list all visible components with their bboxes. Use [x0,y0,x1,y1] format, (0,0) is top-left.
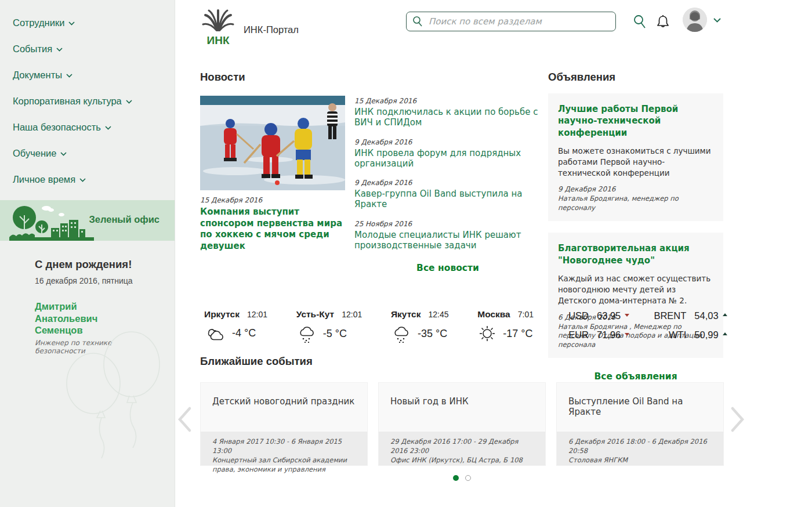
featured-news-date: 15 Декабря 2016 [200,196,345,204]
weather-city-name: Усть-Кут [296,309,334,320]
rate-code: EUR [555,329,589,341]
carousel-dots [453,475,471,481]
rate-value: 71,96 [597,329,621,341]
announcement-date: 9 Декабря 2016 [558,185,713,193]
event-location: Офис ИНК (Иркутск), БЦ Астра, Б 108 [390,456,534,465]
logo-text: ИНК [207,34,230,46]
rates-widget: USD 63,95 EUR 71,96 BRENT 54,03 WTI [555,310,729,341]
news-item: 25 Ноября 2016 Молодые специалисты ИНК р… [354,220,541,251]
trend-up-icon [723,332,727,335]
rate-value: 63,95 [597,310,621,321]
event-title: Детский новогодний праздник [212,396,356,407]
notifications-bell-icon[interactable] [655,14,670,30]
sidebar-item-label: Сотрудники [13,17,64,28]
featured-news-headline[interactable]: Компания выступит спонсором первенства м… [200,207,345,252]
rate-eur: EUR 71,96 [555,329,629,341]
weather-temp: -5 °C [323,328,347,340]
event-card[interactable]: Новый год в ИНК 29 Декабря 2016 17:00 - … [378,382,546,466]
rate-value: 50,99 [694,329,718,341]
news-item-title[interactable]: ИНК подключилась к акции по борьбе с ВИЧ… [354,107,541,128]
sidebar-item-label: События [13,44,52,54]
news-list: 15 Декабря 2016 ИНК подключилась к акции… [354,96,541,273]
advanced-search-icon[interactable] [633,15,647,30]
event-title: Выступление Oil Band на Яракте [568,396,712,417]
sidebar-item-corporate-culture[interactable]: Корпоративная культура [13,96,175,106]
birthday-date: 16 декабря 2016, пятница [35,276,163,285]
birthday-title: С днем рождения! [35,258,163,271]
announcement-card[interactable]: Лучшие работы Первой научно-технической … [548,93,723,221]
carousel-prev-icon[interactable] [177,406,192,433]
event-location: Столовая ЯНГКМ [568,456,712,465]
rate-code: USD [555,310,589,321]
news-item-date: 25 Ноября 2016 [354,220,541,228]
rate-code: WTI [652,329,686,341]
announcements-heading: Объявления [548,71,723,84]
news-section: Новости [200,71,542,273]
sidebar-item-documents[interactable]: Документы [13,70,175,80]
chevron-down-icon [79,178,86,182]
announcement-title[interactable]: Благотворительная акция "Новогоднее чудо… [558,242,713,266]
chevron-down-icon [66,74,72,78]
sidebar-item-training[interactable]: Обучение [13,148,175,158]
user-avatar[interactable] [683,8,707,32]
chevron-down-icon [105,126,111,130]
trend-up-icon [723,313,727,316]
events-section: Ближайшие события Детский новогодний пра… [200,355,724,466]
app-title: ИНК-Портал [244,24,299,35]
announcement-author: Наталья Бродягина, менеджер по персоналу [558,194,713,212]
weather-city-time: 12:01 [247,310,267,319]
chevron-down-icon [68,21,75,26]
announcement-title[interactable]: Лучшие работы Первой научно-технической … [558,103,713,139]
news-item-date: 9 Декабря 2016 [354,179,541,187]
sidebar-item-label: Наша безопасность [13,122,101,132]
sidebar-item-safety[interactable]: Наша безопасность [13,122,175,132]
chevron-down-icon [126,100,132,104]
sidebar: Сотрудники События Документы Корпоративн… [0,0,175,507]
trend-down-icon [625,333,629,336]
news-item-date: 15 Декабря 2016 [354,97,541,105]
rate-brent: BRENT 54,03 [652,310,727,321]
news-item-title[interactable]: Кавер-группа Oil Band выступила на Яракт… [354,189,541,210]
all-news-link[interactable]: Все новости [354,263,541,273]
search-input[interactable] [406,12,616,31]
sidebar-item-employees[interactable]: Сотрудники [13,17,175,28]
carousel-dot-active[interactable] [453,475,459,481]
sidebar-item-events[interactable]: События [13,44,175,54]
weather-city-moscow: Москва 7:01 -17 °C [477,309,534,343]
sidebar-item-label: Корпоративная культура [13,96,122,106]
news-item-title[interactable]: Молодые специалисты ИНК решают производс… [354,230,541,251]
featured-news-image[interactable] [200,96,345,190]
weather-temp: -17 °C [503,328,532,340]
carousel-dot[interactable] [465,475,471,481]
sidebar-item-label: Личное время [13,174,75,184]
event-title: Новый год в ИНК [390,396,534,407]
weather-temp: -35 °C [418,328,447,340]
ink-logo[interactable]: ИНК [202,8,234,49]
search-icon [412,16,423,27]
weather-city-name: Якутск [391,309,420,320]
trend-down-icon [625,314,629,317]
weather-city-name: Москва [477,309,510,320]
event-card[interactable]: Детский новогодний праздник 4 Января 201… [200,382,368,466]
green-office-banner[interactable]: Зеленый офис [0,200,175,241]
news-item: 9 Декабря 2016 Кавер-группа Oil Band выс… [354,179,541,210]
carousel-next-icon[interactable] [730,406,745,433]
sidebar-item-personal-time[interactable]: Личное время [13,174,175,184]
oil-rates: BRENT 54,03 WTI 50,99 [652,310,727,341]
avatar-menu-chevron-icon[interactable] [713,18,721,23]
currency-rates: USD 63,95 EUR 71,96 [555,310,629,341]
green-city-illustration-icon [8,202,95,241]
news-heading: Новости [200,71,542,84]
weather-city-ust-kut: Усть-Кут 12:01 -5 °C [296,309,362,343]
news-item-title[interactable]: ИНК провела форум для подрядных организа… [354,148,541,169]
news-item-date: 9 Декабря 2016 [354,138,541,146]
event-card[interactable]: Выступление Oil Band на Яракте 6 Декабря… [556,382,724,466]
event-datetime: 29 Декабря 2016 17:00 - 29 Декабря 2016 … [390,437,534,456]
sidebar-item-label: Документы [13,70,62,80]
event-datetime: 6 Декабря 2016 18:00 - 6 Декабря 2016 20… [568,437,712,456]
rate-usd: USD 63,95 [555,310,629,321]
rate-wti: WTI 50,99 [652,329,727,341]
chevron-down-icon [60,152,67,156]
snow-icon [391,324,412,343]
event-location: Концертный зал Сибирской академии права,… [212,456,356,475]
